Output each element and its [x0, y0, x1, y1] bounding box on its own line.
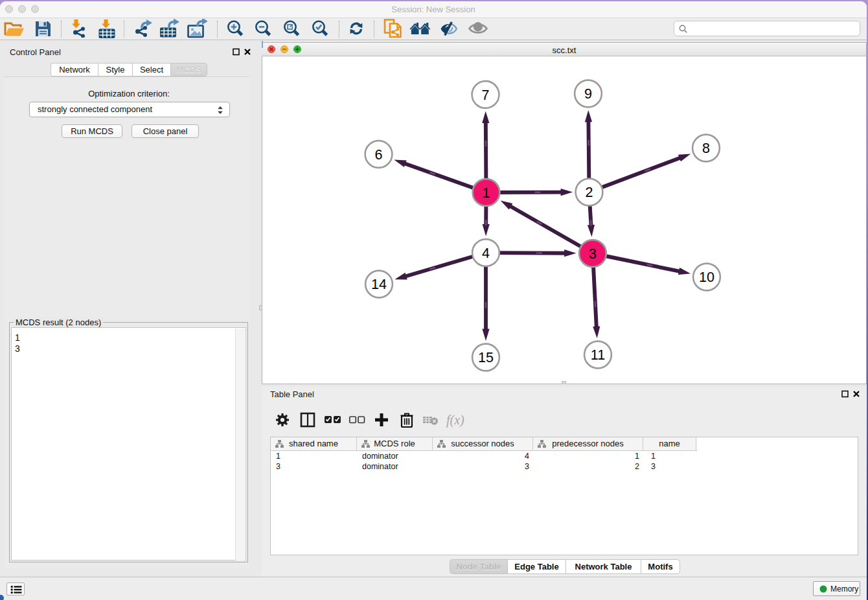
- svg-text:2: 2: [586, 185, 593, 200]
- svg-text:14: 14: [371, 277, 387, 292]
- svg-text:3: 3: [589, 246, 597, 262]
- svg-text:15: 15: [478, 350, 494, 365]
- svg-text:1: 1: [483, 185, 490, 201]
- svg-text:8: 8: [702, 141, 710, 156]
- svg-text:9: 9: [584, 86, 592, 102]
- svg-text:7: 7: [482, 87, 490, 103]
- svg-text:11: 11: [591, 347, 605, 363]
- svg-text:6: 6: [375, 147, 383, 163]
- svg-text:10: 10: [699, 270, 714, 285]
- svg-text:4: 4: [482, 246, 490, 261]
